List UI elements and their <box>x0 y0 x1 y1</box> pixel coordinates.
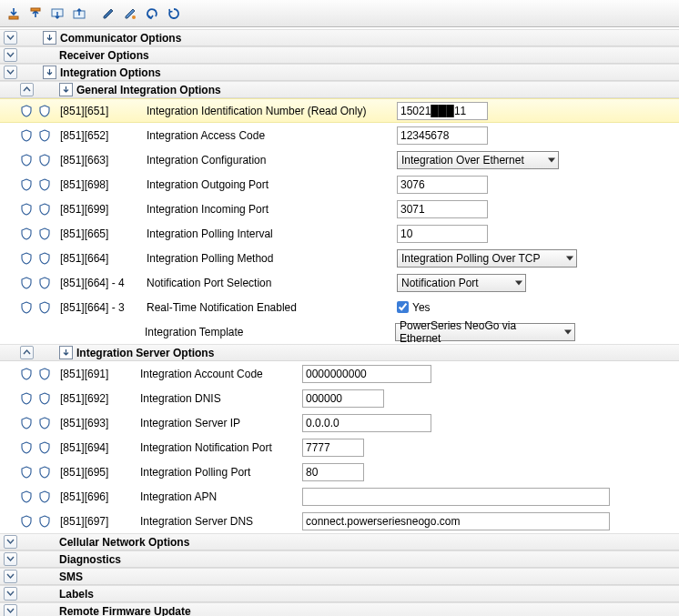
expand-down-icon[interactable] <box>4 48 17 62</box>
option-row: [851][694]Integration Notification Port <box>0 435 679 459</box>
option-select[interactable]: Integration Over Ethernet <box>397 151 559 169</box>
section-integration[interactable]: Integration Options <box>0 64 679 81</box>
tool-download-icon[interactable] <box>4 4 24 24</box>
option-input[interactable] <box>302 463 364 481</box>
option-row: [851][664]Integration Polling MethodInte… <box>0 246 679 270</box>
shield-icon <box>20 105 33 117</box>
chevron-down-icon <box>566 256 573 260</box>
option-label: Integration Polling Port <box>140 466 302 479</box>
tool-edit-icon[interactable] <box>98 4 118 24</box>
option-input[interactable] <box>397 176 488 194</box>
section-label: Remote Firmware Update <box>59 605 191 617</box>
option-label: Integration Account Code <box>140 368 302 380</box>
section-general-integration[interactable]: General Integration Options <box>0 81 679 98</box>
section-server-integration[interactable]: Integration Server Options <box>0 344 679 361</box>
shield-icon <box>38 515 51 528</box>
option-row: [851][665]Integration Polling Interval <box>0 221 679 246</box>
option-label: Integration Template <box>145 326 395 338</box>
shield-icon <box>20 392 33 405</box>
option-label: Integration DNIS <box>140 392 302 405</box>
section-diagnostics[interactable]: Diagnostics <box>0 550 679 568</box>
tool-refresh-icon[interactable] <box>164 4 184 24</box>
option-row: [851][691]Integration Account Code <box>0 361 679 386</box>
option-input[interactable] <box>302 439 364 457</box>
expand-down-icon[interactable] <box>4 31 17 45</box>
option-select[interactable]: Integration Polling Over TCP <box>397 249 577 268</box>
tool-undo-icon[interactable] <box>142 4 162 24</box>
option-input[interactable] <box>302 414 431 432</box>
option-input[interactable] <box>397 126 488 145</box>
section-label: Receiver Options <box>59 49 149 62</box>
shield-icon <box>20 417 33 429</box>
option-code: [851][665] <box>60 227 137 240</box>
shield-icon <box>20 178 33 191</box>
section-label: Cellular Network Options <box>59 536 189 549</box>
shield-icon <box>20 490 33 503</box>
option-input[interactable] <box>302 512 610 530</box>
option-input[interactable] <box>397 225 488 243</box>
expand-down-icon[interactable] <box>4 535 17 549</box>
option-label: Integration Polling Method <box>147 252 397 265</box>
expand-up-icon[interactable] <box>20 83 34 96</box>
chevron-down-icon <box>564 329 572 334</box>
tool-screen-down-icon[interactable] <box>47 4 67 24</box>
expand-down-icon[interactable] <box>4 66 17 79</box>
option-label: Integration Identification Number (Read … <box>147 105 397 117</box>
option-input[interactable] <box>397 200 488 218</box>
option-input[interactable] <box>302 365 431 383</box>
tool-upload-icon[interactable] <box>25 4 46 24</box>
option-select[interactable]: Notification Port <box>397 274 526 292</box>
expand-up-icon[interactable] <box>20 346 34 359</box>
expand-down-icon[interactable] <box>4 552 17 566</box>
shield-icon <box>20 466 33 479</box>
option-code: [851][694] <box>60 441 131 454</box>
shield-icon <box>20 252 33 265</box>
option-input[interactable] <box>397 102 488 120</box>
option-checkbox[interactable] <box>397 301 409 313</box>
shield-icon <box>20 203 33 216</box>
section-receiver[interactable]: Receiver Options <box>0 46 679 64</box>
option-label: Integration Server DNS <box>140 515 302 528</box>
option-row: [851][699]Integration Incoming Port <box>0 197 679 221</box>
section-cellular[interactable]: Cellular Network Options <box>0 533 679 550</box>
section-icon <box>59 83 73 96</box>
option-input[interactable] <box>302 389 384 408</box>
tool-screen-up-icon[interactable] <box>69 4 89 24</box>
shield-icon <box>38 154 51 167</box>
option-code: [851][691] <box>60 368 131 380</box>
option-label: Integration Configuration <box>147 154 397 167</box>
shield-icon <box>38 368 51 380</box>
option-label: Real-Time Notification Enabled <box>147 301 397 314</box>
section-communicator[interactable]: Communicator Options <box>0 29 679 46</box>
shield-icon <box>38 301 51 314</box>
option-row: [851][663]Integration ConfigurationInteg… <box>0 147 679 172</box>
option-row: [851][664] - 4Notification Port Selectio… <box>0 270 679 295</box>
option-input[interactable] <box>302 488 610 506</box>
section-label: General Integration Options <box>76 84 221 96</box>
option-row: [851][696]Integration APN <box>0 484 679 509</box>
option-label: Integration APN <box>140 490 302 503</box>
shield-icon <box>20 441 33 454</box>
shield-icon <box>20 301 33 314</box>
option-code: [851][663] <box>60 154 137 167</box>
shield-icon <box>38 252 51 265</box>
section-labels[interactable]: Labels <box>0 585 679 602</box>
toolbar <box>0 0 679 27</box>
section-icon <box>43 31 56 45</box>
expand-down-icon[interactable] <box>4 604 17 616</box>
option-code: [851][693] <box>60 417 131 429</box>
option-row: [851][651]Integration Identification Num… <box>0 98 679 123</box>
expand-down-icon[interactable] <box>4 587 17 601</box>
section-firmware[interactable]: Remote Firmware Update <box>0 602 679 616</box>
section-icon <box>59 346 73 359</box>
shield-icon <box>38 178 51 191</box>
option-code: [851][664] - 4 <box>60 277 137 289</box>
shield-icon <box>38 227 51 240</box>
shield-icon <box>38 417 51 429</box>
tool-edit2-icon[interactable] <box>120 4 140 24</box>
option-label: Notification Port Selection <box>147 277 397 289</box>
expand-down-icon[interactable] <box>4 570 17 583</box>
section-sms[interactable]: SMS <box>0 568 679 585</box>
option-select[interactable]: PowerSeries NeoGo via Ethernet <box>395 323 575 341</box>
option-label: Integration Server IP <box>140 417 302 429</box>
